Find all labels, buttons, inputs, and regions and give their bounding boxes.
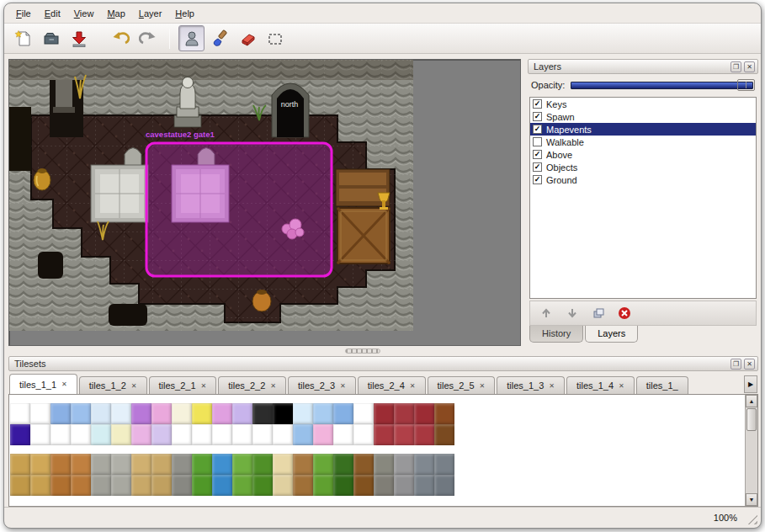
tile-swatch[interactable] <box>91 403 111 424</box>
tile-swatch[interactable] <box>414 454 434 475</box>
layer-visibility-checkbox[interactable]: ✓ <box>533 150 542 159</box>
menu-help[interactable]: Help <box>168 5 201 22</box>
tile-swatch[interactable] <box>131 424 151 445</box>
tileset-tab-tiles_2_2[interactable]: tiles_2_2✕ <box>218 376 286 394</box>
opacity-slider-handle[interactable] <box>737 79 755 91</box>
tileset-tab-tiles_1_4[interactable]: tiles_1_4✕ <box>566 376 635 394</box>
tile-swatch[interactable] <box>394 475 414 496</box>
layer-visibility-checkbox[interactable]: ✓ <box>533 125 542 134</box>
tile-swatch[interactable] <box>192 475 212 496</box>
tile-swatch[interactable] <box>172 424 192 445</box>
tile-swatch[interactable] <box>273 403 293 424</box>
tile-swatch[interactable] <box>172 454 192 475</box>
tile-swatch[interactable] <box>50 454 71 475</box>
tab-close-icon[interactable]: ✕ <box>340 382 346 390</box>
splitter-handle[interactable] <box>345 348 380 354</box>
tile-swatch[interactable] <box>30 454 50 475</box>
map-canvas[interactable]: north <box>9 60 413 331</box>
tile-swatch[interactable] <box>212 424 232 445</box>
tile-swatch[interactable] <box>313 403 333 424</box>
tile-swatch[interactable] <box>293 403 313 424</box>
save-button[interactable] <box>66 25 92 51</box>
tile-swatch[interactable] <box>353 424 374 445</box>
opacity-slider[interactable] <box>571 79 755 91</box>
tab-close-icon[interactable]: ✕ <box>619 382 624 390</box>
tile-swatch[interactable] <box>313 424 333 445</box>
tile-swatch[interactable] <box>414 424 434 445</box>
tile-swatch[interactable] <box>394 424 414 445</box>
tile-swatch[interactable] <box>434 403 454 424</box>
lower-layer-button[interactable] <box>563 304 582 322</box>
panel-tab-history[interactable]: History <box>529 326 583 343</box>
tab-close-icon[interactable]: ✕ <box>270 382 276 390</box>
tile-swatch[interactable] <box>212 454 232 475</box>
tab-close-icon[interactable]: ✕ <box>410 382 416 390</box>
raise-layer-button[interactable] <box>537 304 555 322</box>
tile-swatch[interactable] <box>172 475 192 496</box>
tile-swatch[interactable] <box>333 424 353 445</box>
tile-swatch[interactable] <box>91 475 111 496</box>
tile-swatch[interactable] <box>71 424 91 445</box>
layer-row-keys[interactable]: ✓Keys <box>530 98 756 110</box>
tile-swatch[interactable] <box>333 454 353 475</box>
layer-row-ground[interactable]: ✓Ground <box>530 173 756 186</box>
tile-swatch[interactable] <box>232 403 252 424</box>
tile-swatch[interactable] <box>313 454 333 475</box>
tileset-tab-tiles_1_3[interactable]: tiles_1_3✕ <box>497 376 565 394</box>
menu-map[interactable]: Map <box>100 5 131 22</box>
tile-swatch[interactable] <box>50 403 71 424</box>
tile-swatch[interactable] <box>333 403 353 424</box>
layer-row-mapevents[interactable]: ✓Mapevents <box>530 123 756 136</box>
tab-close-icon[interactable]: ✕ <box>131 382 137 390</box>
tile-swatch[interactable] <box>353 475 374 496</box>
horizontal-splitter[interactable] <box>4 346 761 356</box>
tile-swatch[interactable] <box>232 475 252 496</box>
tile-swatch[interactable] <box>273 454 293 475</box>
layer-visibility-checkbox[interactable]: ✓ <box>533 112 542 121</box>
tile-swatch[interactable] <box>151 475 172 496</box>
layer-row-objects[interactable]: ✓Objects <box>530 161 756 173</box>
tileset-tab-tiles_2_1[interactable]: tiles_2_1✕ <box>149 376 217 394</box>
tile-swatch[interactable] <box>71 403 91 424</box>
tile-swatch[interactable] <box>252 475 273 496</box>
tile-swatch[interactable] <box>151 454 172 475</box>
tile-swatch[interactable] <box>10 475 30 496</box>
tile-swatch[interactable] <box>131 403 151 424</box>
tile-swatch[interactable] <box>30 424 50 445</box>
redo-button[interactable] <box>135 25 161 51</box>
tileset-tab-tiles_2_5[interactable]: tiles_2_5✕ <box>428 376 496 394</box>
tile-swatch[interactable] <box>111 475 131 496</box>
new-file-button[interactable] <box>10 25 36 51</box>
tile-swatch[interactable] <box>252 403 273 424</box>
tile-swatch[interactable] <box>131 454 151 475</box>
tile-swatch[interactable] <box>30 475 50 496</box>
tile-swatch[interactable] <box>374 403 394 424</box>
duplicate-layer-button[interactable] <box>589 304 608 322</box>
selection-rectangle[interactable] <box>146 143 332 276</box>
undo-button[interactable] <box>107 25 133 51</box>
tile-swatch[interactable] <box>273 475 293 496</box>
tab-close-icon[interactable]: ✕ <box>201 382 207 390</box>
tile-swatch[interactable] <box>374 475 394 496</box>
scrollbar-thumb[interactable] <box>746 408 757 431</box>
tab-close-icon[interactable]: ✕ <box>480 382 486 390</box>
tile-swatch[interactable] <box>394 403 414 424</box>
open-button[interactable] <box>38 25 64 51</box>
layer-visibility-checkbox[interactable]: ✓ <box>533 175 542 184</box>
tileset-tab-tiles_2_4[interactable]: tiles_2_4✕ <box>358 376 426 394</box>
resize-grip-icon[interactable] <box>746 513 757 524</box>
menu-view[interactable]: View <box>67 5 101 22</box>
tile-swatch[interactable] <box>293 475 313 496</box>
tile-swatch[interactable] <box>10 403 30 424</box>
tile-swatch[interactable] <box>111 424 131 445</box>
layer-row-walkable[interactable]: Walkable <box>530 136 756 148</box>
layer-visibility-checkbox[interactable] <box>533 137 542 146</box>
tile-swatch[interactable] <box>10 424 30 445</box>
tile-swatch[interactable] <box>434 475 454 496</box>
tile-swatch[interactable] <box>374 454 394 475</box>
select-tool-button[interactable] <box>262 25 288 51</box>
tile-swatch[interactable] <box>151 424 172 445</box>
rollup-icon[interactable]: ❐ <box>730 359 741 370</box>
tile-swatch[interactable] <box>313 475 333 496</box>
map-viewport[interactable]: north <box>8 59 521 346</box>
